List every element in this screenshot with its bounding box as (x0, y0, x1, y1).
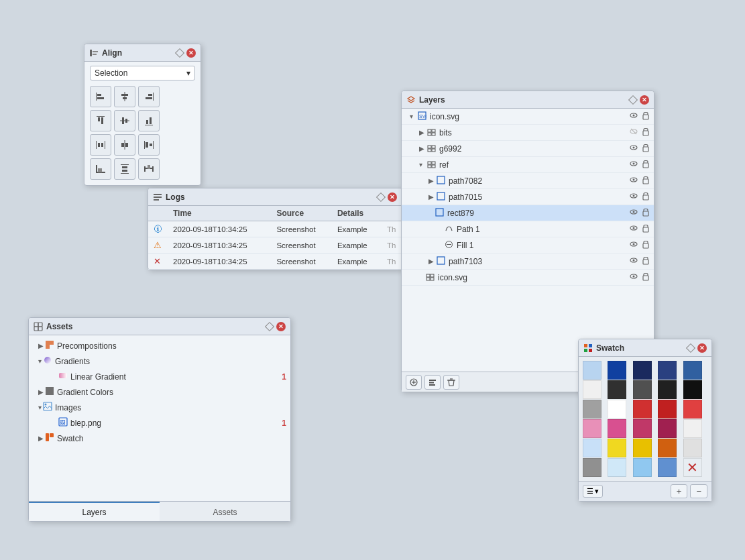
assets-tree-item[interactable]: ▶ Gradient Colors (29, 384, 290, 400)
swatch-remove-btn[interactable]: − (690, 484, 707, 498)
log-row[interactable]: ✕ 2020-09-18T10:34:25 Screenshot Example… (148, 254, 402, 270)
layer-visibility-btn[interactable] (629, 191, 638, 203)
swatch-color-cell[interactable]: ✕ (683, 458, 702, 477)
align-left-btn[interactable] (90, 86, 111, 107)
layer-toggle[interactable]: ▾ (410, 113, 416, 120)
align-center-v-btn[interactable] (114, 110, 135, 131)
layer-visibility-btn[interactable] (629, 127, 638, 138)
layers-add-comp-btn[interactable] (406, 375, 422, 390)
swatch-color-cell[interactable] (583, 439, 601, 457)
swatch-color-cell[interactable] (633, 361, 652, 380)
layers-delete-btn[interactable] (443, 375, 459, 390)
layer-row[interactable]: rect879 (402, 205, 654, 221)
swatch-color-cell[interactable] (683, 400, 702, 418)
layer-row[interactable]: icon.svg (402, 270, 654, 286)
layer-toggle[interactable]: ▶ (419, 129, 426, 136)
tree-toggle[interactable]: ▾ (38, 404, 42, 411)
layer-visibility-btn[interactable] (629, 175, 638, 186)
distribute-right-btn[interactable] (138, 134, 160, 156)
swatch-close-btn[interactable]: ✕ (697, 343, 707, 353)
layer-lock-btn[interactable] (642, 239, 650, 251)
assets-close-btn[interactable]: ✕ (276, 322, 286, 331)
layer-visibility-btn[interactable] (629, 239, 638, 251)
swatch-color-cell[interactable] (608, 419, 626, 438)
layer-row[interactable]: Fill 1 (402, 237, 654, 254)
align-diamond-btn[interactable] (175, 48, 184, 57)
swatch-color-cell[interactable] (633, 458, 652, 477)
align-distribute-v2-btn[interactable] (114, 158, 135, 180)
swatch-color-cell[interactable] (633, 439, 652, 457)
layer-lock-btn[interactable] (642, 256, 650, 267)
swatch-color-cell[interactable] (633, 380, 652, 399)
swatch-color-cell[interactable] (658, 419, 677, 438)
assets-tree-item[interactable]: 🖼 blep.png 1 (29, 415, 290, 431)
align-right-btn[interactable] (138, 86, 160, 107)
swatch-color-cell[interactable] (608, 439, 626, 457)
align-br-btn[interactable] (138, 158, 160, 180)
swatch-color-cell[interactable] (683, 361, 702, 380)
distribute-center-btn[interactable] (114, 134, 135, 156)
swatch-color-cell[interactable] (583, 361, 601, 380)
swatch-color-cell[interactable] (608, 458, 626, 477)
swatch-color-cell[interactable] (608, 380, 626, 399)
swatch-color-cell[interactable] (658, 458, 677, 477)
layer-row[interactable]: ▶ path7103 (402, 254, 654, 270)
layer-visibility-btn[interactable] (629, 143, 638, 154)
layer-row[interactable]: ▶ path7015 (402, 189, 654, 205)
log-row[interactable]: ⚠ 2020-09-18T10:34:25 Screenshot Example… (148, 237, 402, 254)
layer-lock-btn[interactable] (642, 175, 650, 186)
swatch-color-cell[interactable] (583, 419, 601, 438)
layer-visibility-btn[interactable] (629, 223, 638, 235)
layer-lock-btn[interactable] (642, 223, 650, 235)
assets-tree-item[interactable]: ▾ Gradients (29, 353, 290, 369)
tree-toggle[interactable]: ▾ (38, 357, 42, 365)
assets-tree-item[interactable]: Linear Gradient 1 (29, 369, 290, 384)
swatch-color-cell[interactable] (608, 361, 626, 380)
swatch-color-cell[interactable] (583, 400, 601, 418)
align-bl-btn[interactable] (90, 158, 111, 180)
logs-close-btn[interactable]: ✕ (388, 192, 397, 202)
swatch-color-cell[interactable] (658, 439, 677, 457)
swatch-menu-btn[interactable]: ☰ ▾ (583, 485, 603, 498)
assets-diamond-btn[interactable] (265, 321, 274, 331)
layer-lock-btn[interactable] (642, 143, 650, 154)
layer-visibility-btn[interactable] (629, 256, 638, 267)
layer-row[interactable]: ▶ bits (402, 125, 654, 141)
layer-visibility-btn[interactable] (629, 207, 638, 219)
layer-toggle[interactable]: ▶ (428, 193, 435, 201)
logs-diamond-btn[interactable] (376, 192, 386, 201)
layer-toggle[interactable]: ▶ (419, 145, 426, 152)
layer-lock-btn[interactable] (642, 191, 650, 203)
swatch-color-cell[interactable] (633, 400, 652, 418)
layer-lock-btn[interactable] (642, 159, 650, 170)
swatch-color-cell[interactable] (658, 380, 677, 399)
align-center-h-btn[interactable] (114, 86, 135, 107)
layer-row[interactable]: ▾ SVG icon.svg (402, 109, 654, 125)
swatch-color-cell[interactable] (583, 458, 601, 477)
layer-visibility-btn[interactable] (629, 111, 638, 122)
log-row[interactable]: 🛈 2020-09-18T10:34:25 Screenshot Example… (148, 221, 402, 237)
tab-layers[interactable]: Layers (29, 502, 160, 521)
swatch-color-cell[interactable] (683, 419, 702, 438)
layer-lock-btn[interactable] (642, 272, 650, 283)
layers-align-btn[interactable] (424, 375, 441, 390)
align-top-btn[interactable] (90, 110, 111, 131)
swatch-color-cell[interactable] (683, 380, 702, 399)
align-close-btn[interactable]: ✕ (186, 48, 196, 58)
layer-row[interactable]: ▶ path7082 (402, 173, 654, 189)
align-bottom-btn[interactable] (138, 110, 160, 131)
tree-toggle[interactable]: ▶ (38, 435, 44, 442)
layer-lock-btn[interactable] (642, 127, 650, 138)
layer-toggle[interactable]: ▾ (419, 161, 426, 168)
assets-tree-item[interactable]: ▶ Precompositions (29, 338, 290, 353)
layer-lock-btn[interactable] (642, 111, 650, 122)
swatch-diamond-btn[interactable] (686, 343, 695, 352)
swatch-color-cell[interactable] (683, 439, 702, 457)
tree-toggle[interactable]: ▶ (38, 342, 44, 349)
swatch-color-cell[interactable] (608, 400, 626, 418)
swatch-color-cell[interactable] (658, 361, 677, 380)
layer-row[interactable]: Path 1 (402, 221, 654, 237)
layer-row[interactable]: ▾ ref (402, 157, 654, 173)
swatch-color-cell[interactable] (658, 400, 677, 418)
swatch-color-cell[interactable] (633, 419, 652, 438)
